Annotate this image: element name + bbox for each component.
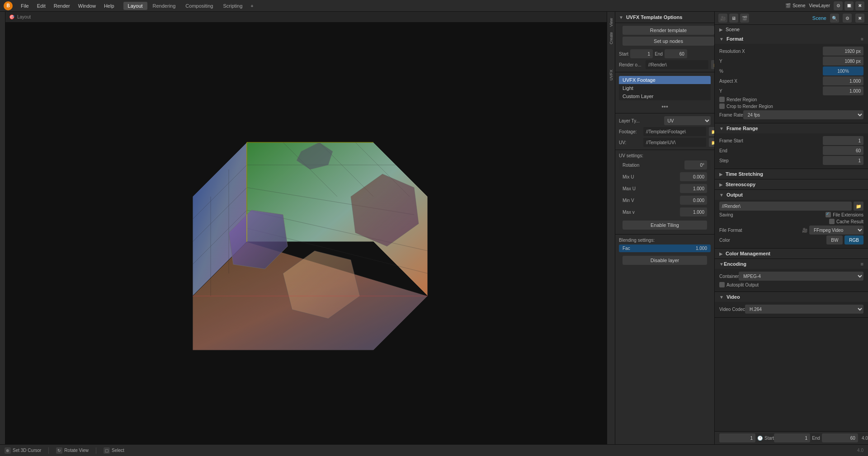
start-end-row: Start 1 End 60 [615,48,714,59]
color-item-custom[interactable]: Custom Layer [619,92,711,100]
color-list: UVFX Footage Light Custom Layer [619,76,711,100]
props-render-icon[interactable]: 🎥 [718,14,727,23]
stereoscopy-header[interactable]: ▶ Stereoscopy [715,179,868,189]
encoding-list-icon[interactable]: ≡ [861,261,863,267]
layer-type-select[interactable]: UV [664,116,711,125]
crop-region-checkbox[interactable] [719,103,725,109]
color-item-light[interactable]: Light [619,84,711,92]
frame-start-input[interactable] [823,136,863,145]
set-up-nodes-btn[interactable]: Set up nodes [623,37,714,46]
tab-compositing[interactable]: Compositing [181,2,217,10]
color-item-uvfx[interactable]: UVFX Footage [619,76,711,84]
crop-region-checkbox-label[interactable]: Crop to Render Region [719,103,773,109]
encoding-header[interactable]: ▼ Encoding ≡ [715,259,868,269]
file-ext-checkbox-label[interactable]: File Extensions [826,212,863,217]
menu-help[interactable]: Help [100,2,118,10]
time-stretching-header[interactable]: ▶ Time Stretching [715,169,868,179]
uv-settings-label: UV settings: [619,153,643,158]
header-icon-btn2[interactable]: 🔲 [844,1,854,10]
props-output-icon[interactable]: 🖥 [729,14,738,23]
video-section-header[interactable]: ▼ Video [715,292,868,302]
scene-name-label: Scene [726,27,740,32]
scene-selector[interactable]: Scene [793,3,805,8]
file-format-select[interactable]: FFmpeg Video [809,226,863,235]
rgb-btn[interactable]: RGB [844,235,863,244]
props-options-icon[interactable]: ⚙ [843,14,852,23]
format-options-icon[interactable]: ≡ [861,37,863,42]
rotation-input[interactable] [684,160,707,169]
render-region-checkbox[interactable] [719,97,725,102]
properties-panel: 🎥 🖥 🎬 Scene 🔍 ⚙ ✖ ▶ Scene ▼ Format ≡ [714,12,868,444]
side-tab-uvfx[interactable]: UVFX [608,68,614,82]
uv-input[interactable] [643,138,706,147]
render-region-checkbox-label[interactable]: Render Region [719,97,757,102]
format-section-header[interactable]: ▼ Format ≡ [715,34,868,44]
output-section-header[interactable]: ▼ Output [715,190,868,200]
autosplit-checkbox-label[interactable]: Autosplit Output [719,282,759,287]
playback-start-input[interactable] [774,433,810,442]
resolution-x-label: Resolution X [719,49,745,54]
frame-end-input[interactable] [823,146,863,155]
props-search-icon[interactable]: 🔍 [830,14,839,23]
main-layout: View Create UVFX 🎯 Layout ▼ UVFX Templat… [0,12,868,444]
menu-window[interactable]: Window [75,2,99,10]
min-v-input[interactable] [680,196,707,205]
frame-range-header[interactable]: ▼ Frame Range [715,123,868,133]
resolution-pct-input[interactable] [823,66,863,75]
view-layer-selector[interactable]: ViewLayer [809,3,830,8]
tab-layout[interactable]: Layout [123,2,147,10]
menu-render[interactable]: Render [50,2,74,10]
uv-folder-btn[interactable]: 📁 [709,138,714,147]
video-codec-select[interactable]: H.264 [745,305,863,314]
tab-rendering[interactable]: Rendering [148,2,180,10]
container-select[interactable]: MPEG-4 [739,272,863,281]
playback-frame-input[interactable] [719,433,755,442]
aspect-x-label: Aspect X [719,79,737,84]
file-ext-checkbox[interactable] [826,212,831,217]
footage-input[interactable] [643,127,706,136]
playback-end-input[interactable] [822,433,858,442]
header-icon-btn[interactable]: ⚙ [834,1,843,10]
frame-rate-select[interactable]: 24 fps [743,110,863,119]
resolution-y-input[interactable] [823,56,863,66]
add-workspace-tab[interactable]: + [248,2,256,10]
autosplit-row: Autosplit Output [719,282,863,287]
menu-edit[interactable]: Edit [33,2,49,10]
mix-u-input[interactable] [680,172,707,181]
output-path-folder-btn[interactable]: 📁 [854,202,863,211]
playback-end-label: End [812,436,820,441]
frame-step-input[interactable] [823,156,863,165]
tab-scripting[interactable]: Scripting [218,2,247,10]
aspect-y-input[interactable] [823,86,863,95]
aspect-x-input[interactable] [823,76,863,85]
color-management-header[interactable]: ▶ Color Management [715,249,868,259]
status-rotate: ↻ Rotate View [56,447,89,454]
render-output-input[interactable] [646,60,708,69]
side-tab-view[interactable]: View [608,16,614,28]
render-template-btn[interactable]: Render template [623,26,714,35]
enable-tiling-btn[interactable]: Enable Tiling [623,221,707,230]
cursor-label: Set 3D Cursor [13,448,41,453]
menu-file[interactable]: File [17,2,33,10]
cache-result-checkbox[interactable] [829,219,835,224]
max-u-input[interactable] [680,184,707,193]
props-close-icon[interactable]: ✖ [855,14,864,23]
bw-btn[interactable]: BW [826,235,843,244]
header-icon-btn3[interactable]: ✖ [855,1,864,10]
rotation-row: Rotation [619,160,711,170]
footage-folder-btn[interactable]: 📁 [709,127,714,136]
props-scene-icon[interactable]: 🎬 [740,14,749,23]
output-path-input[interactable] [719,202,852,211]
list-more-icon[interactable]: ••• [661,103,668,110]
max-v-row: Max v [619,207,711,217]
side-tab-create[interactable]: Create [608,30,614,46]
viewport-3d[interactable]: View Create UVFX 🎯 Layout [5,12,615,444]
start-value-input[interactable]: 1 [630,49,653,58]
cache-result-checkbox-label[interactable]: Cache Result [829,219,863,224]
max-v-input[interactable] [680,207,707,216]
disable-layer-btn[interactable]: Disable layer [623,256,707,265]
render-output-folder-btn[interactable]: 📁 [711,60,714,69]
autosplit-checkbox[interactable] [719,282,725,287]
resolution-x-input[interactable] [823,47,863,56]
end-value-input[interactable]: 60 [665,49,687,58]
